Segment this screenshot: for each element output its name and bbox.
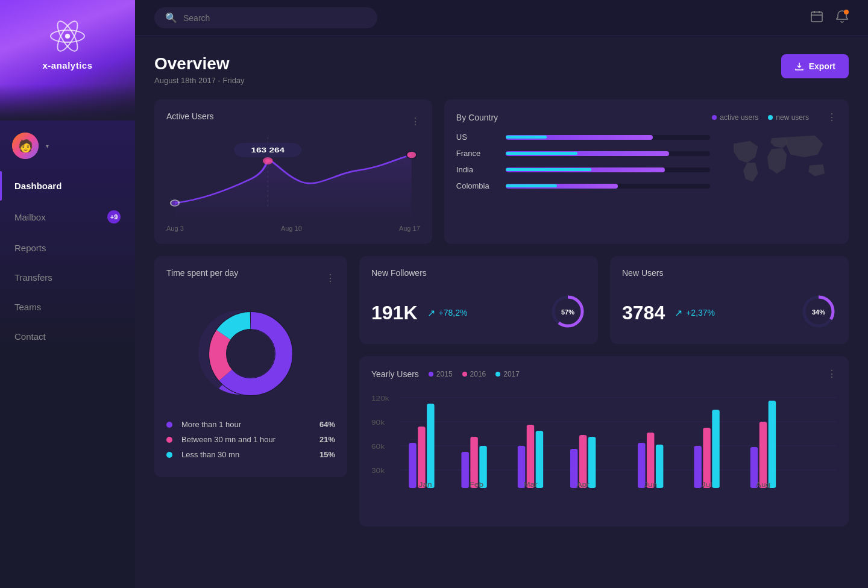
active-users-menu[interactable]: ⋮	[410, 116, 420, 127]
by-country-header: By Country active users new users ⋮	[456, 111, 837, 123]
time-spent-legend: More than 1 hour 64% Between 30 mn and 1…	[166, 420, 335, 459]
svg-rect-46	[588, 437, 596, 488]
new-users-title: New Users	[622, 268, 837, 278]
search-bar[interactable]: 🔍	[154, 7, 377, 28]
active-users-x-labels: Aug 3 Aug 10 Aug 17	[166, 225, 420, 232]
search-input[interactable]	[183, 13, 366, 23]
followers-radial: 57%	[550, 293, 586, 332]
svg-text:57%: 57%	[561, 308, 574, 316]
svg-rect-37	[470, 437, 477, 488]
india-bar	[506, 167, 710, 172]
yearly-users-card: Yearly Users 2015 2016 2017 ⋮ 120k	[359, 356, 849, 527]
svg-point-8	[171, 200, 179, 206]
page-header: Overview August 18th 2017 - Friday Expor…	[154, 54, 849, 85]
svg-rect-49	[647, 433, 654, 488]
row-2: Time spent per day ⋮	[154, 256, 849, 527]
time-spent-card: Time spent per day ⋮	[154, 256, 347, 477]
svg-text:Jun: Jun	[644, 481, 657, 488]
world-map	[728, 133, 837, 193]
by-country-legend: active users new users	[712, 113, 809, 122]
page-title-area: Overview August 18th 2017 - Friday	[154, 54, 245, 85]
svg-text:Feb: Feb	[470, 481, 484, 488]
followers-arrow-icon: ↗	[427, 307, 435, 319]
export-button[interactable]: Export	[781, 54, 849, 78]
app-name: x-analytics	[42, 60, 92, 70]
mailbox-badge: +9	[107, 210, 121, 224]
svg-text:Jul: Jul	[702, 481, 712, 488]
sidebar-item-teams[interactable]: Teams	[0, 292, 135, 322]
by-country-card: By Country active users new users ⋮ US	[444, 99, 849, 244]
country-row-colombia: Colombia	[456, 181, 710, 190]
new-users-change: ↗ +2,37%	[675, 307, 715, 319]
page-title: Overview	[154, 54, 245, 74]
content: Overview August 18th 2017 - Friday Expor…	[135, 36, 868, 588]
by-country-content: US France	[456, 133, 837, 198]
svg-text:90k: 90k	[371, 419, 385, 426]
new-followers-stat: 191K ↗ +78,2% 57%	[371, 293, 586, 332]
yearly-chart: 120k 90k 60k 30k	[371, 392, 837, 514]
svg-rect-32	[409, 443, 416, 488]
svg-text:34%: 34%	[812, 308, 825, 316]
svg-rect-53	[703, 428, 710, 488]
svg-rect-42	[536, 431, 543, 488]
notifications-icon[interactable]	[835, 10, 849, 26]
legend-item-30mn: Between 30 mn and 1 hour 21%	[166, 435, 335, 444]
svg-rect-36	[461, 452, 468, 488]
active-users-card: Active Users ⋮	[154, 99, 432, 244]
new-users-card: New Users 3784 ↗ +2,37%	[610, 256, 849, 344]
country-bars: US France	[456, 133, 710, 198]
svg-point-17	[227, 330, 275, 378]
svg-text:Apr: Apr	[576, 481, 589, 488]
france-bar	[506, 151, 710, 156]
sidebar-item-contact[interactable]: Contact	[0, 322, 135, 351]
legend-item-1h: More than 1 hour 64%	[166, 420, 335, 429]
sidebar-nav: Dashboard Mailbox +9 Reports Transfers T…	[0, 165, 135, 588]
svg-rect-4	[811, 12, 822, 22]
us-bar	[506, 135, 710, 140]
svg-rect-54	[712, 410, 719, 488]
svg-text:Aug: Aug	[756, 481, 770, 488]
calendar-icon[interactable]	[810, 10, 823, 26]
search-icon: 🔍	[165, 12, 177, 23]
sidebar-item-reports[interactable]: Reports	[0, 233, 135, 263]
yearly-title: Yearly Users	[371, 369, 419, 379]
sidebar-item-dashboard[interactable]: Dashboard	[0, 171, 135, 201]
svg-text:Jan: Jan	[419, 481, 432, 488]
country-row-india: India	[456, 165, 710, 174]
sidebar-item-transfers[interactable]: Transfers	[0, 263, 135, 292]
sidebar-item-mailbox[interactable]: Mailbox +9	[0, 201, 135, 233]
svg-text:120k: 120k	[371, 395, 390, 402]
header: 🔍	[135, 0, 868, 36]
chevron-down-icon: ▾	[46, 143, 49, 149]
svg-rect-34	[427, 404, 434, 488]
notification-dot	[844, 10, 849, 14]
svg-rect-41	[527, 425, 534, 488]
time-spent-menu[interactable]: ⋮	[326, 272, 335, 284]
svg-text:30k: 30k	[371, 467, 385, 474]
export-icon	[794, 61, 804, 71]
new-followers-title: New Followers	[371, 268, 586, 278]
by-country-menu[interactable]: ⋮	[827, 111, 837, 123]
svg-rect-58	[769, 401, 776, 488]
legend-item-less30: Less than 30 mn 15%	[166, 450, 335, 459]
country-row-france: France	[456, 149, 710, 158]
svg-point-3	[65, 34, 70, 39]
user-area: 🧑 ▾	[0, 120, 135, 165]
stats-row: New Followers 191K ↗ +78,2%	[359, 256, 849, 344]
by-country-title: By Country	[456, 113, 498, 122]
active-users-chart: 163 264	[166, 137, 420, 221]
right-col: New Followers 191K ↗ +78,2%	[359, 256, 849, 527]
time-spent-title: Time spent per day	[166, 268, 238, 278]
yearly-menu[interactable]: ⋮	[827, 368, 837, 380]
sidebar-logo-area: x-analytics	[0, 0, 135, 120]
row-1: Active Users ⋮	[154, 99, 849, 244]
sidebar: x-analytics 🧑 ▾ Dashboard Mailbox +9 Rep…	[0, 0, 135, 588]
header-actions	[810, 10, 849, 26]
new-users-stat: 3784 ↗ +2,37% 34%	[622, 293, 837, 332]
svg-rect-57	[760, 422, 767, 488]
avatar-img: 🧑	[12, 133, 39, 159]
logo-icon	[49, 18, 86, 54]
svg-text:163 264: 163 264	[251, 146, 285, 154]
users-radial: 34%	[800, 293, 837, 332]
svg-point-7	[265, 159, 270, 163]
